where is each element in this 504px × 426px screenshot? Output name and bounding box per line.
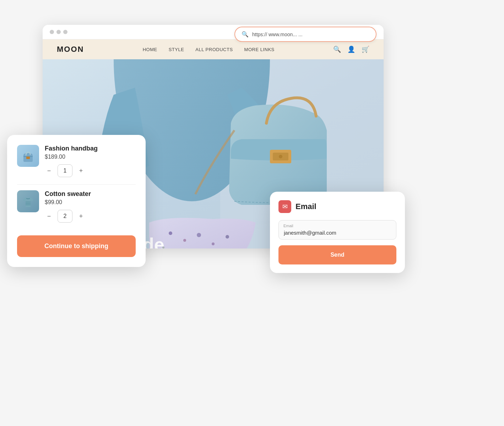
cart-item-1-quantity: 1 <box>58 164 72 177</box>
browser-dot-2 <box>56 30 61 34</box>
cart-icon[interactable]: 🛒 <box>362 45 369 53</box>
svg-rect-18 <box>26 157 30 159</box>
cart-item-1-price: $189.00 <box>45 154 136 160</box>
cart-item-2-name: Cotton sweater <box>45 190 136 198</box>
cart-item-1: Fashion handbag $189.00 − 1 + <box>17 145 136 177</box>
sweater-thumbnail-icon <box>20 193 36 209</box>
cart-item-1-increase-btn[interactable]: + <box>77 166 85 175</box>
email-panel-title: Email <box>296 202 316 211</box>
nav-item-more[interactable]: MORE LINKS <box>244 46 275 53</box>
cart-item-2-price: $99.00 <box>45 199 136 206</box>
site-navigation: MOON HOME STYLE ALL PRODUCTS MORE LINKS … <box>43 39 384 59</box>
nav-icons: 🔍 👤 🛒 <box>333 45 369 53</box>
cart-divider <box>17 184 136 185</box>
nav-links: HOME STYLE ALL PRODUCTS MORE LINKS <box>143 46 275 53</box>
cart-item-2-quantity: 2 <box>58 210 72 223</box>
email-input[interactable] <box>278 220 396 240</box>
account-icon[interactable]: 👤 <box>347 45 355 53</box>
continue-to-shipping-button[interactable]: Continue to shipping <box>17 235 136 257</box>
email-envelope-icon: ✉ <box>282 203 288 211</box>
svg-point-8 <box>197 233 201 237</box>
search-nav-icon[interactable]: 🔍 <box>333 45 341 53</box>
svg-point-7 <box>183 239 186 242</box>
cart-panel: Fashion handbag $189.00 − 1 + Cotton sw <box>7 135 146 267</box>
svg-point-10 <box>226 235 229 239</box>
site-logo: MOON <box>57 45 84 54</box>
send-button[interactable]: Send <box>278 245 396 264</box>
svg-point-6 <box>169 231 172 235</box>
email-input-group: Email <box>278 220 396 240</box>
cart-item-1-image <box>17 145 39 167</box>
browser-dot-1 <box>50 30 54 34</box>
svg-point-16 <box>279 155 282 158</box>
url-text: https:// www.moon... ... <box>252 32 303 37</box>
email-panel-header: ✉ Email <box>278 200 396 213</box>
browser-dot-3 <box>63 30 67 34</box>
nav-item-home[interactable]: HOME <box>143 46 157 53</box>
nav-item-style[interactable]: STYLE <box>169 46 184 53</box>
browser-dots <box>50 30 67 34</box>
cart-item-1-info: Fashion handbag $189.00 − 1 + <box>45 145 136 177</box>
svg-point-9 <box>212 242 215 245</box>
cart-item-2: Cotton sweater $99.00 − 2 + <box>17 190 136 223</box>
bag-thumbnail-icon <box>20 149 36 163</box>
cart-item-1-decrease-btn[interactable]: − <box>45 166 53 175</box>
email-panel: ✉ Email Email Send <box>270 192 405 273</box>
email-field-label: Email <box>283 224 293 228</box>
search-icon: 🔍 <box>242 31 249 38</box>
address-bar[interactable]: 🔍 https:// www.moon... ... <box>234 27 376 42</box>
cart-item-1-name: Fashion handbag <box>45 145 136 152</box>
cart-item-2-quantity-control: − 2 + <box>45 210 136 223</box>
cart-item-1-quantity-control: − 1 + <box>45 164 136 177</box>
email-icon-box: ✉ <box>278 200 291 213</box>
cart-item-2-info: Cotton sweater $99.00 − 2 + <box>45 190 136 223</box>
cart-item-2-increase-btn[interactable]: + <box>77 212 85 220</box>
cart-item-2-decrease-btn[interactable]: − <box>45 212 53 220</box>
cart-item-2-image <box>17 190 39 212</box>
nav-item-products[interactable]: ALL PRODUCTS <box>195 46 233 53</box>
